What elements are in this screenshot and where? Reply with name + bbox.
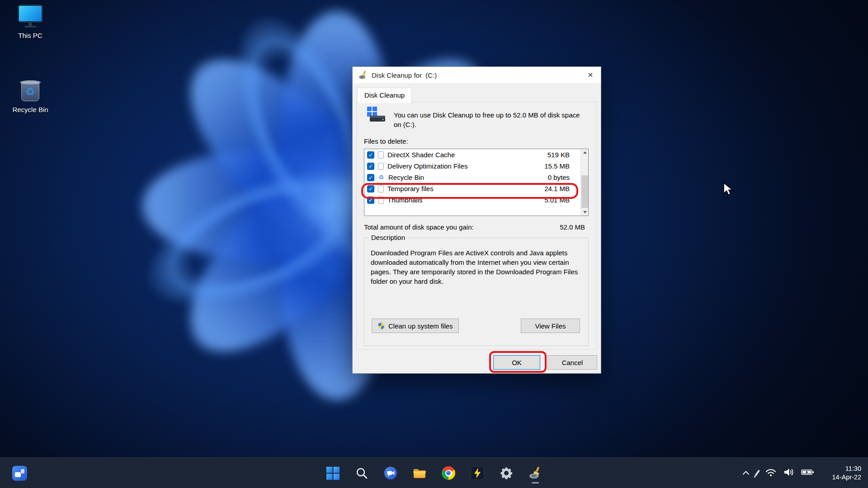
settings-button[interactable]: [494, 462, 519, 484]
file-size: 519 KB: [547, 151, 570, 159]
ok-button[interactable]: OK: [493, 355, 540, 370]
file-icon: [378, 197, 384, 204]
this-pc-icon: [17, 4, 44, 29]
dialog-title: Disk Cleanup for (C:): [372, 71, 437, 79]
windows-logo-icon: [326, 467, 340, 480]
file-size: 15.5 MB: [544, 162, 570, 170]
file-size: 24.1 MB: [544, 185, 570, 192]
file-name: Temporary files: [387, 185, 434, 192]
scrollbar-thumb[interactable]: [581, 175, 588, 208]
file-icon: [378, 185, 384, 192]
tray-network-button[interactable]: [765, 468, 777, 479]
ok-label: OK: [512, 359, 522, 366]
checkbox-checked[interactable]: [367, 185, 374, 192]
search-button[interactable]: [349, 462, 374, 484]
battery-charging-icon: [801, 469, 815, 476]
clock-time: 11:30: [832, 465, 861, 473]
view-files-button[interactable]: View Files: [521, 319, 580, 333]
file-name: Delivery Optimization Files: [387, 162, 468, 170]
wifi-icon: [765, 468, 777, 477]
drive-icon: [366, 106, 386, 123]
checkbox-checked[interactable]: [367, 174, 374, 181]
total-label: Total amount of disk space you gain:: [364, 223, 474, 231]
files-listbox: DirectX Shader Cache 519 KB Delivery Opt…: [364, 149, 589, 216]
uac-shield-icon: [377, 322, 385, 330]
scroll-down-icon[interactable]: [581, 209, 589, 216]
cancel-button[interactable]: Cancel: [547, 355, 597, 370]
desktop-icon-recycle-bin[interactable]: Recycle Bin: [5, 77, 55, 113]
dialog-titlebar[interactable]: Disk Cleanup for (C:): [353, 67, 601, 83]
desktop-icon-label: Recycle Bin: [5, 106, 55, 113]
disk-cleanup-taskbar-button[interactable]: [523, 462, 547, 484]
file-row[interactable]: Delivery Optimization Files 15.5 MB: [364, 160, 588, 172]
chat-icon: [384, 466, 397, 480]
start-button[interactable]: [321, 462, 345, 484]
disk-cleanup-icon: [528, 466, 542, 480]
file-name: Thumbnails: [387, 196, 423, 204]
desktop-icon-this-pc[interactable]: This PC: [5, 4, 55, 39]
clean-up-system-files-button[interactable]: Clean up system files: [372, 319, 459, 333]
tray-battery-button[interactable]: [801, 469, 815, 478]
scroll-up-icon[interactable]: [581, 149, 589, 156]
close-icon[interactable]: [580, 67, 601, 83]
tab-page: You can use Disk Cleanup to free up to 5…: [356, 102, 597, 350]
search-icon: [355, 467, 368, 479]
file-row[interactable]: Recycle Bin 0 bytes: [364, 172, 588, 183]
chat-button[interactable]: [378, 462, 403, 484]
description-text: Downloaded Program Files are ActiveX con…: [371, 248, 581, 286]
scrollbar[interactable]: [580, 149, 588, 216]
running-app-indicator: [532, 482, 539, 483]
tray-pen-button[interactable]: [756, 469, 758, 477]
desktop-icon-label: This PC: [5, 32, 55, 39]
mouse-cursor: [722, 182, 735, 197]
gear-icon: [500, 466, 513, 480]
lightning-app-button[interactable]: [465, 462, 490, 484]
taskbar-clock[interactable]: 11:30 14-Apr-22: [832, 465, 861, 482]
file-size: 0 bytes: [548, 174, 570, 181]
desktop: This PC Recycle Bin Disk Cleanup for (C:…: [0, 0, 868, 488]
disk-cleanup-dialog: Disk Cleanup for (C:) Disk Cleanup You c…: [352, 66, 601, 374]
description-label: Description: [369, 234, 407, 241]
pen-icon: [755, 469, 760, 476]
tab-strip: Disk Cleanup: [357, 87, 412, 102]
file-row[interactable]: Thumbnails 5.01 MB: [364, 194, 588, 206]
taskbar: 11:30 14-Apr-22: [0, 457, 868, 488]
files-to-delete-label: Files to delete:: [364, 137, 408, 145]
file-name: DirectX Shader Cache: [387, 151, 455, 159]
recycle-bin-small-icon: [377, 174, 385, 181]
tab-disk-cleanup[interactable]: Disk Cleanup: [357, 88, 412, 103]
speaker-icon: [783, 468, 794, 477]
file-size: 5.01 MB: [544, 196, 570, 204]
intro-text: You can use Disk Cleanup to free up to 5…: [394, 110, 580, 129]
recycle-bin-icon: [18, 77, 43, 103]
tray-volume-button[interactable]: [783, 468, 794, 479]
file-icon: [378, 151, 384, 159]
disk-cleanup-icon: [359, 70, 368, 80]
file-row[interactable]: DirectX Shader Cache 519 KB: [364, 149, 588, 160]
checkbox-checked[interactable]: [367, 151, 374, 159]
chevron-up-icon: [742, 470, 750, 475]
total-row: Total amount of disk space you gain: 52.…: [364, 223, 589, 231]
widgets-icon: [12, 466, 27, 481]
widgets-button[interactable]: [7, 462, 32, 484]
file-name: Recycle Bin: [388, 174, 424, 181]
cancel-label: Cancel: [562, 359, 583, 366]
clean-up-system-files-label: Clean up system files: [388, 322, 453, 330]
view-files-label: View Files: [535, 322, 566, 330]
checkbox-checked[interactable]: [367, 163, 374, 170]
chrome-button[interactable]: [436, 462, 461, 484]
file-explorer-button[interactable]: [407, 462, 432, 484]
total-value: 52.0 MB: [560, 223, 585, 231]
checkbox-checked[interactable]: [367, 197, 374, 204]
file-icon: [378, 163, 384, 170]
file-row-temporary-files[interactable]: Temporary files 24.1 MB: [364, 183, 588, 194]
folder-icon: [413, 467, 426, 479]
clock-date: 14-Apr-22: [832, 473, 861, 482]
lightning-icon: [471, 466, 484, 480]
description-groupbox: Description Downloaded Program Files are…: [364, 238, 589, 346]
chrome-icon: [442, 466, 455, 480]
tray-chevron-button[interactable]: [742, 469, 750, 477]
